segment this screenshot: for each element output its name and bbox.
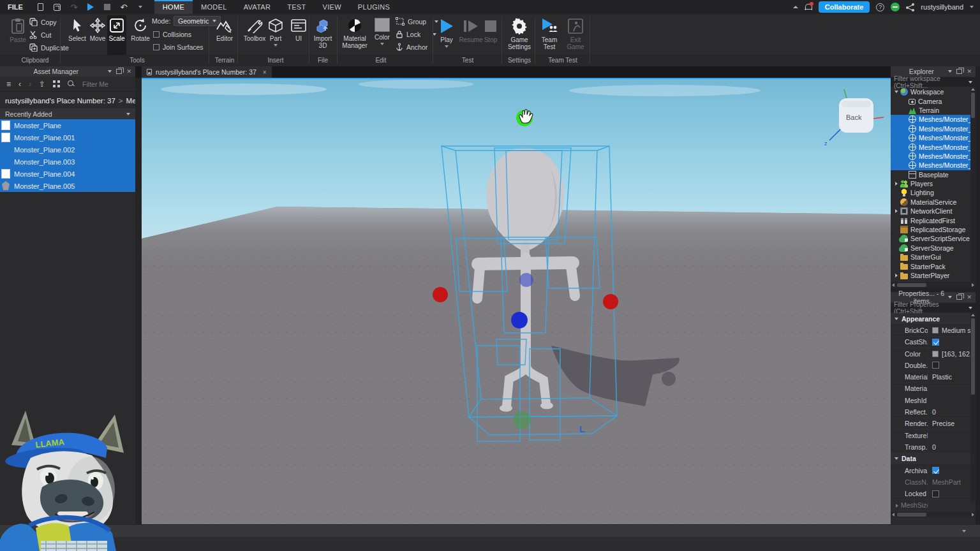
explorer-node-materialservice[interactable]: MaterialService [891,198,976,207]
property-value[interactable]: [163, 162, 1 [928,348,976,359]
properties-menu-caret-icon[interactable] [948,296,952,298]
terrain-editor-button[interactable]: Editor [211,18,239,42]
open-file-icon[interactable] [52,2,63,12]
property-value[interactable]: Medium sto [928,325,976,335]
property-value[interactable] [928,430,976,441]
file-menu[interactable]: FILE [0,0,31,14]
property-row-textureid[interactable]: TextureID [891,430,976,441]
property-row-material[interactable]: MaterialPlastic [891,371,976,383]
tab-home[interactable]: HOME [154,0,193,14]
properties-section-appearance[interactable]: Appearance [891,313,976,325]
property-value[interactable] [928,465,976,476]
expand-property-caret-icon[interactable] [896,504,898,508]
explorer-node-lighting[interactable]: Lighting [891,188,976,197]
checkbox-unchecked-icon[interactable] [932,490,939,497]
undo-icon[interactable]: ↶ [119,2,129,12]
hamburger-menu-icon[interactable]: ≡ [6,80,11,88]
asset-list-item[interactable]: Monster_Plane [0,119,135,131]
viewport-3d[interactable]: L Back z [142,78,891,523]
close-tab-icon[interactable]: × [263,69,267,76]
explorer-node-meshes-monster-[interactable]: Meshes/Monster_ [891,115,976,124]
explorer-node-camera[interactable]: Camera [891,96,976,105]
part-dropdown-caret-icon[interactable] [274,44,278,47]
collapse-caret-icon[interactable] [895,209,898,213]
redo-icon[interactable]: ↷ [69,2,79,12]
property-value[interactable]: MeshPart [928,476,976,487]
explorer-node-starterplayer[interactable]: StarterPlayer [891,271,976,280]
color-swatch[interactable] [375,18,390,32]
tab-plugins[interactable]: PLUGINS [350,0,398,14]
explorer-node-meshes-monster-[interactable]: Meshes/Monster_ [891,142,976,151]
section-caret-icon[interactable] [895,318,898,320]
property-value[interactable]: 0 [928,441,976,452]
presence-status-icon[interactable] [891,3,900,11]
property-value[interactable] [928,360,976,371]
grid-view-icon[interactable] [53,80,60,87]
import-3d-button[interactable]: Import 3D [310,18,336,49]
lock-button[interactable]: Lock [396,30,436,38]
ui-button[interactable]: UI [288,18,309,42]
explorer-filter-input[interactable]: Filter workspace (Ctrl+Shift... [891,77,976,87]
rotate-tool-button[interactable]: Rotate [128,18,153,42]
place-tab[interactable]: rustysillyband's Place Number: 37 × [142,66,272,78]
property-value[interactable]: Precise [928,418,976,429]
property-row-reflect[interactable]: Reflect...0 [891,406,976,418]
play-button[interactable]: Play [435,18,458,48]
copy-button[interactable]: Copy [29,18,57,26]
explorer-node-workspace[interactable]: Workspace [891,87,976,96]
upload-icon[interactable]: ⇪ [39,80,45,88]
scale-handle-bottom-green[interactable] [513,411,531,429]
property-row-brickco[interactable]: BrickCo...Medium sto [891,325,976,336]
scale-handle-front-blue[interactable] [511,312,528,328]
back-icon[interactable]: ‹ [19,80,21,88]
section-caret-icon[interactable] [895,457,898,460]
property-value[interactable] [928,383,976,394]
collaborate-button[interactable]: Collaborate [819,1,870,13]
username-label[interactable]: rustysillyband [921,3,963,11]
play-dropdown-caret-icon[interactable] [445,45,449,48]
explorer-close-icon[interactable]: ✕ [967,68,972,75]
property-row-render[interactable]: Render...Precise [891,418,976,430]
property-row-classn[interactable]: ClassN...MeshPart [891,476,976,488]
qat-customize-icon[interactable] [135,2,145,12]
scale-handle-back-blue[interactable] [519,273,533,287]
tab-avatar[interactable]: AVATAR [235,0,279,14]
property-row-materia[interactable]: Materia... [891,383,976,395]
property-row-double[interactable]: Double... [891,360,976,371]
new-file-icon[interactable] [36,2,46,12]
join-surfaces-checkbox[interactable]: Join Surfaces [153,43,204,51]
explorer-node-players[interactable]: Players [891,179,976,188]
scale-tool-button[interactable]: Scale [106,18,128,42]
baseplate-ground[interactable] [142,207,891,524]
share-icon[interactable] [906,3,914,11]
explorer-node-meshes-monster-[interactable]: Meshes/Monster_ [891,133,976,142]
checkbox-checked-icon[interactable] [932,339,939,346]
explorer-node-meshes-monster-[interactable]: Meshes/Monster_ [891,161,976,170]
scale-handle-left-red[interactable] [433,287,448,302]
property-row-meshsize[interactable]: MeshSize [891,500,976,511]
asset-list-item[interactable]: Monster_Plane.003 [0,156,135,168]
tab-model[interactable]: MODEL [193,0,235,14]
tab-test[interactable]: TEST [279,0,314,14]
properties-hscrollbar[interactable] [891,511,976,517]
asset-filter-input[interactable]: Filter Me [82,80,108,88]
anchor-button[interactable]: Anchor [396,43,427,51]
property-value[interactable] [928,500,976,511]
material-manager-button[interactable]: Material Manager [339,18,370,49]
explorer-hscrollbar[interactable] [891,282,976,288]
collapse-caret-icon[interactable] [895,274,898,277]
expand-caret-icon[interactable] [895,91,898,93]
property-row-castsh[interactable]: CastSh... [891,337,976,348]
property-row-color[interactable]: Color[163, 162, 1 [891,348,976,360]
part-button[interactable]: Part [264,18,287,47]
explorer-node-serverscriptservice[interactable]: ServerScriptService [891,234,976,243]
duplicate-button[interactable]: Duplicate [29,43,69,52]
explorer-node-replicatedfirst[interactable]: ReplicatedFirst [891,216,976,224]
explorer-node-meshes-monster-[interactable]: Meshes/Monster_ [891,152,976,161]
properties-section-data[interactable]: Data [891,453,976,465]
explorer-node-networkclient[interactable]: NetworkClient [891,207,976,216]
explorer-node-replicatedstorage[interactable]: ReplicatedStorage [891,225,976,234]
explorer-node-meshes-monster-[interactable]: Meshes/Monster_ [891,124,976,133]
properties-close-icon[interactable]: ✕ [967,294,972,300]
checkbox-checked-icon[interactable] [932,467,939,474]
